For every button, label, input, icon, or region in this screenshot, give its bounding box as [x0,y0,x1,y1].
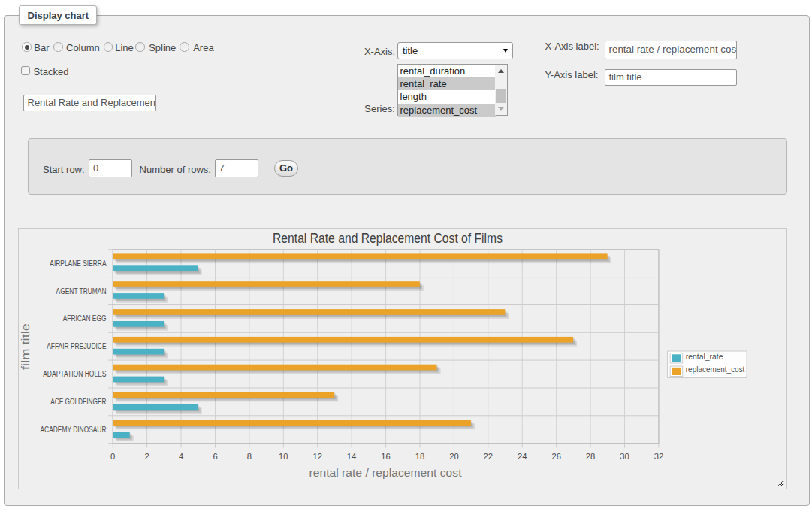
svg-text:16: 16 [381,452,390,461]
svg-text:rental_rate: rental_rate [686,352,723,361]
svg-text:24: 24 [518,452,527,461]
svg-text:30: 30 [620,452,629,461]
svg-text:8: 8 [247,452,252,461]
svg-text:ACADEMY DINOSAUR: ACADEMY DINOSAUR [41,426,107,434]
svg-text:0: 0 [110,452,115,461]
svg-text:replacement_cost: replacement_cost [686,365,745,374]
svg-text:4: 4 [179,452,183,461]
svg-text:22: 22 [484,452,493,461]
svg-text:2: 2 [144,452,149,461]
svg-text:AFFAIR PREJUDICE: AFFAIR PREJUDICE [47,342,107,350]
svg-text:ADAPTATION HOLES: ADAPTATION HOLES [43,370,107,378]
svg-text:Rental Rate and Replacement Co: Rental Rate and Replacement Cost of Film… [273,231,503,246]
svg-text:film title: film title [19,323,32,370]
svg-text:rental rate / replacement cost: rental rate / replacement cost [309,466,463,479]
svg-text:18: 18 [415,452,424,461]
svg-text:AGENT TRUMAN: AGENT TRUMAN [56,287,107,295]
svg-text:ACE GOLDFINGER: ACE GOLDFINGER [50,398,106,406]
svg-text:AFRICAN EGG: AFRICAN EGG [63,314,107,323]
svg-text:10: 10 [279,452,288,461]
svg-text:20: 20 [449,452,458,461]
svg-text:26: 26 [551,452,560,461]
svg-text:AIRPLANE SIERRA: AIRPLANE SIERRA [50,259,106,268]
svg-text:32: 32 [654,452,663,461]
svg-text:6: 6 [213,452,217,461]
svg-text:28: 28 [586,452,595,461]
svg-text:14: 14 [347,452,356,461]
svg-text:12: 12 [312,452,321,461]
